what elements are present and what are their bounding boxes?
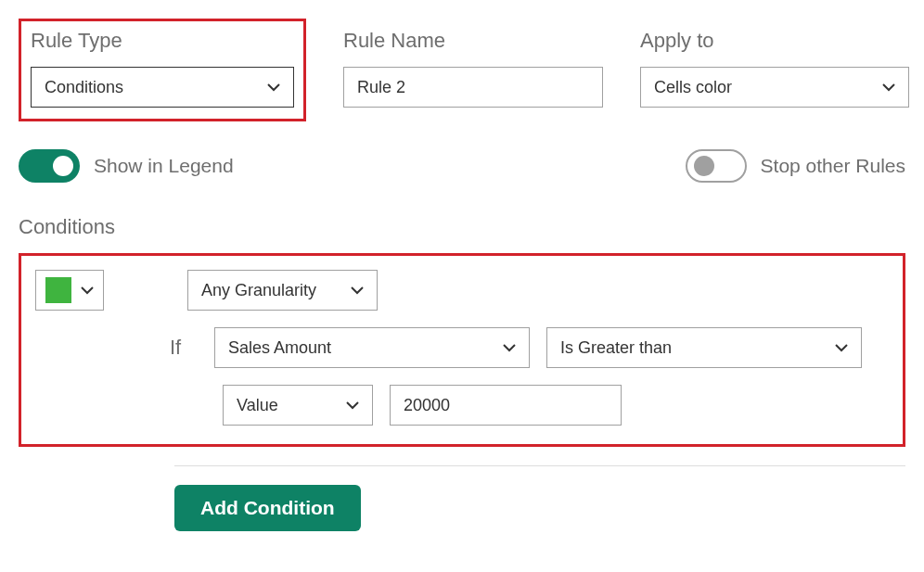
divider: [174, 465, 905, 466]
stop-rules-toggle[interactable]: [686, 149, 747, 183]
rule-type-label: Rule Type: [31, 29, 294, 53]
condition-row-3: Value 20000: [223, 385, 889, 426]
rule-type-select[interactable]: Conditions: [31, 67, 294, 108]
top-fields-row: Rule Type Conditions Rule Name Rule 2 Ap…: [19, 19, 905, 121]
show-legend-label: Show in Legend: [94, 155, 234, 177]
stop-rules-group: Stop other Rules: [686, 149, 905, 183]
add-condition-label: Add Condition: [200, 497, 335, 518]
show-legend-group: Show in Legend: [19, 149, 234, 183]
apply-to-label: Apply to: [640, 29, 909, 53]
condition-color-picker[interactable]: [35, 270, 104, 311]
rule-name-input[interactable]: Rule 2: [343, 67, 603, 108]
granularity-value: Any Granularity: [201, 281, 316, 300]
rule-name-group: Rule Name Rule 2: [343, 19, 603, 121]
toggle-row: Show in Legend Stop other Rules: [19, 149, 905, 183]
value-type-value: Value: [237, 396, 278, 415]
rule-name-value: Rule 2: [357, 78, 405, 97]
condition-operator-value: Is Greater than: [560, 338, 672, 358]
apply-to-value: Cells color: [654, 78, 732, 97]
toggle-knob: [53, 156, 73, 176]
stop-rules-label: Stop other Rules: [761, 155, 905, 177]
color-swatch: [45, 277, 71, 303]
granularity-select[interactable]: Any Granularity: [187, 270, 378, 311]
condition-field-value: Sales Amount: [228, 338, 331, 358]
conditions-title: Conditions: [19, 215, 905, 239]
chevron-down-icon: [267, 81, 280, 94]
rule-type-value: Conditions: [45, 78, 123, 97]
rule-type-group: Rule Type Conditions: [31, 29, 294, 108]
rule-name-label: Rule Name: [343, 29, 603, 53]
condition-value: 20000: [404, 396, 450, 415]
toggle-knob: [694, 156, 714, 176]
condition-row-2: If Sales Amount Is Greater than: [170, 327, 889, 368]
apply-to-group: Apply to Cells color: [640, 19, 909, 121]
condition-operator-select[interactable]: Is Greater than: [546, 327, 862, 368]
show-legend-toggle[interactable]: [19, 149, 80, 183]
rule-type-highlight: Rule Type Conditions: [19, 19, 306, 121]
if-label: If: [170, 336, 198, 360]
chevron-down-icon: [346, 399, 359, 412]
condition-row-1: Any Granularity: [35, 270, 889, 311]
apply-to-select[interactable]: Cells color: [640, 67, 909, 108]
condition-value-input[interactable]: 20000: [390, 385, 622, 426]
chevron-down-icon: [81, 284, 94, 297]
chevron-down-icon: [882, 81, 895, 94]
chevron-down-icon: [351, 284, 364, 297]
condition-field-select[interactable]: Sales Amount: [214, 327, 530, 368]
chevron-down-icon: [835, 341, 848, 354]
value-type-select[interactable]: Value: [223, 385, 373, 426]
add-condition-button[interactable]: Add Condition: [174, 485, 361, 531]
conditions-highlight: Any Granularity If Sales Amount Is Great…: [19, 253, 905, 447]
chevron-down-icon: [503, 341, 516, 354]
